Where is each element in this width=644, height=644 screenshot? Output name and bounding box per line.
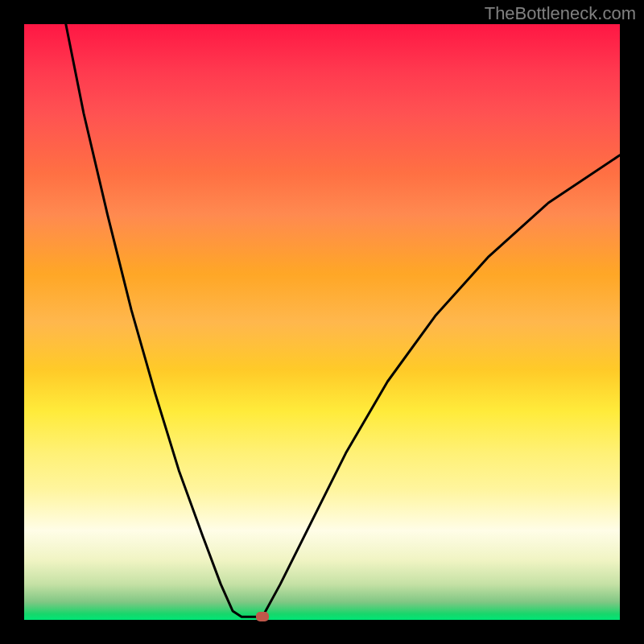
chart-marker-dot (256, 612, 269, 621)
chart-curve (24, 24, 620, 620)
watermark-text: TheBottleneck.com (485, 3, 636, 24)
